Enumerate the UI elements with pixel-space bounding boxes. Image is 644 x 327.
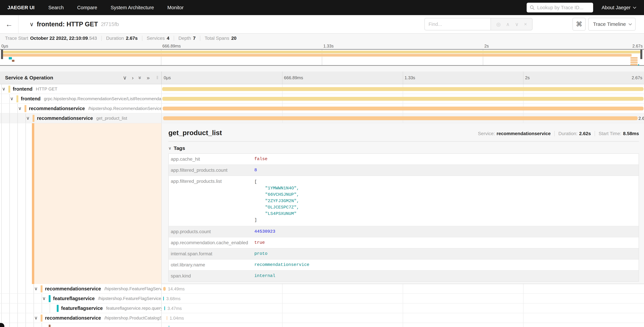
find-input[interactable]: Find...	[424, 18, 490, 30]
detail-divider	[168, 141, 639, 142]
span-name-cell[interactable]: ∨ recommendationservice /hipstershop.Rec…	[0, 104, 162, 113]
span-name-cell[interactable]: ∨ recommendationservice /hipstershop.Pro…	[0, 313, 162, 323]
services-value: 4	[167, 36, 170, 41]
timeline-tick-0: 0μs	[164, 75, 171, 80]
focus-match-icon[interactable]: ◎	[496, 21, 501, 27]
span-row-featureflag-parent[interactable]: ∨ recommendationservice /hipstershop.Fea…	[0, 284, 644, 294]
nav-item-compare[interactable]: Compare	[77, 5, 97, 10]
span-name-cell[interactable]: ∨ recommendationservice get_product_list	[0, 114, 162, 123]
span-timeline-cell[interactable]	[162, 84, 644, 94]
trace-collapse-toggle[interactable]: ∨	[30, 21, 34, 28]
tag-value: true	[253, 237, 639, 248]
timeline-header: Service & Operation ∨ › » » ‖ 0μs 666.89…	[0, 72, 644, 84]
span-row-productcatalog[interactable]: ∨ recommendationservice /hipstershop.Pro…	[0, 313, 644, 323]
span-duration-bar[interactable]	[163, 116, 638, 120]
tag-row[interactable]: app.cache_hit false	[169, 154, 639, 165]
span-row-frontend-grpc[interactable]: ∨ frontend grpc.hipstershop.Recommendati…	[0, 94, 644, 104]
span-row-frontend-http-get[interactable]: ∨ frontend HTTP GET	[0, 84, 644, 94]
command-icon: ⌘	[576, 20, 582, 28]
span-timeline-cell[interactable]: 3.47ms	[162, 304, 644, 313]
span-row-recommendation-list[interactable]: ∨ recommendationservice /hipstershop.Rec…	[0, 104, 644, 114]
span-collapse-icon[interactable]: ∨	[2, 86, 6, 92]
span-name-cell[interactable]: ∨ frontend HTTP GET	[0, 84, 162, 94]
span-duration-bar[interactable]	[163, 106, 644, 110]
nav-item-search[interactable]: Search	[48, 5, 64, 10]
span-name-cell[interactable]: featureflagservice featureflagservice.re…	[0, 304, 162, 313]
span-collapse-icon[interactable]: ∨	[10, 96, 14, 102]
operation-name: /hipstershop.ProductCatalogSer...	[104, 316, 162, 320]
service-color-bar	[49, 295, 50, 302]
span-duration-bar[interactable]	[163, 287, 166, 291]
span-name-cell[interactable]	[0, 323, 162, 327]
depth-value: 7	[193, 36, 196, 41]
expand-one-icon[interactable]: ›	[132, 75, 134, 81]
prev-match-icon[interactable]: ∧	[506, 21, 510, 27]
nav-item-system-architecture[interactable]: System Architecture	[111, 5, 154, 10]
duration-label: Duration	[106, 36, 124, 41]
jaeger-logo[interactable]: JAEGER UI	[8, 5, 34, 10]
tag-row[interactable]: span.kind internal	[169, 270, 639, 281]
span-duration-bar[interactable]	[162, 87, 644, 91]
span-timeline-cell[interactable]	[162, 323, 644, 327]
span-timeline-cell[interactable]: 3.68ms	[162, 294, 644, 303]
span-collapse-icon[interactable]: ∨	[34, 286, 38, 292]
nav-item-monitor[interactable]: Monitor	[168, 5, 184, 10]
find-placeholder: Find...	[428, 22, 442, 27]
column-resize-grip[interactable]: ‖	[156, 75, 159, 80]
tag-row[interactable]: app.products.count 44530923	[169, 226, 639, 237]
span-row-get-product-list-selected[interactable]: ∨ recommendationservice get_product_list…	[0, 114, 644, 123]
timeline-tick-4: 2.67s	[632, 75, 642, 80]
minimap-tick-labels: 0μs 666.89ms 1.33s 2s 2.67s	[0, 43, 644, 49]
tag-row[interactable]: app.filtered_products.count 8	[169, 165, 639, 176]
span-collapse-icon[interactable]: ∨	[42, 296, 46, 301]
tags-section-toggle[interactable]: ∨ Tags	[168, 145, 639, 151]
span-name-cell[interactable]: ∨ frontend grpc.hipstershop.Recommendati…	[0, 94, 162, 104]
keyboard-shortcuts-button[interactable]: ⌘	[572, 18, 586, 30]
span-duration-bar[interactable]	[169, 326, 169, 327]
span-timeline-cell[interactable]	[162, 104, 644, 113]
collapse-one-icon[interactable]: ∨	[123, 74, 127, 81]
trace-id-lookup-input[interactable]: Lookup by Trace ID...	[527, 3, 593, 12]
span-row-partial[interactable]	[0, 323, 644, 327]
back-arrow-icon: ←	[5, 20, 13, 28]
back-button[interactable]: ←	[0, 15, 18, 33]
span-collapse-icon[interactable]: ∨	[34, 315, 38, 320]
span-timeline-cell[interactable]	[162, 94, 644, 104]
span-duration-bar[interactable]	[162, 97, 644, 101]
span-name-cell[interactable]: ∨ recommendationservice /hipstershop.Fea…	[0, 284, 162, 294]
span-timeline-cell[interactable]: 1.04ms	[162, 313, 644, 323]
span-collapse-icon[interactable]: ∨	[26, 115, 30, 121]
tag-value: internal	[253, 270, 639, 281]
span-row-featureflag-repo-query[interactable]: featureflagservice featureflagservice.re…	[0, 304, 644, 313]
minimap-left-drag-handle[interactable]	[1, 50, 3, 59]
span-collapse-icon[interactable]: ∨	[18, 106, 22, 111]
next-match-icon[interactable]: ∨	[515, 21, 519, 27]
tag-row[interactable]: app.recommendation.cache_enabled true	[169, 237, 639, 248]
trace-minimap[interactable]	[0, 49, 644, 66]
expand-all-icon[interactable]: »	[147, 75, 150, 81]
chevron-down-icon	[628, 22, 632, 25]
detail-service-value: recommendationservice	[496, 131, 551, 136]
trace-start-ms: .543	[88, 36, 97, 41]
span-duration-bar[interactable]	[167, 316, 167, 320]
span-row-featureflag-getflag[interactable]: ∨ featureflagservice /hipstershop.Featur…	[0, 294, 644, 304]
tag-row[interactable]: app.filtered_products.list [ "1YMWWN1N4O…	[169, 176, 639, 226]
tag-row[interactable]: otel.library.name recommendationservice	[169, 260, 639, 270]
about-jaeger-menu[interactable]: About Jaeger	[602, 5, 635, 10]
trace-view-selector[interactable]: Trace Timeline	[588, 18, 636, 30]
span-detail-panel: get_product_list Service: recommendation…	[0, 123, 644, 284]
span-timeline-cell[interactable]: 2.62s	[162, 114, 644, 123]
minimap-right-drag-handle[interactable]	[640, 50, 642, 59]
operation-name: grpc.hipstershop.RecommendationService/L…	[44, 96, 162, 102]
span-duration-bar[interactable]	[164, 306, 165, 310]
trace-id-lookup-placeholder: Lookup by Trace ID...	[537, 5, 584, 10]
span-detail-content: get_product_list Service: recommendation…	[162, 123, 644, 284]
span-duration-bar[interactable]	[163, 296, 164, 300]
tag-row[interactable]: internal.span.format proto	[169, 248, 639, 260]
span-name-cell[interactable]: ∨ featureflagservice /hipstershop.Featur…	[0, 294, 162, 303]
span-timeline-cell[interactable]: 14.49ms	[162, 284, 644, 294]
collapse-all-icon[interactable]: »	[137, 76, 143, 79]
chevron-down-icon: ∨	[168, 146, 172, 150]
span-duration-label: 1.04ms	[170, 316, 184, 321]
clear-find-icon[interactable]: ×	[524, 21, 527, 27]
